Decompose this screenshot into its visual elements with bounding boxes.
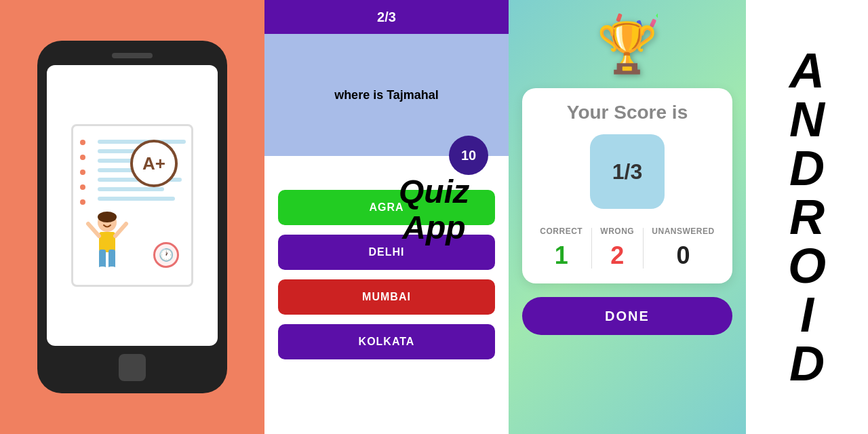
score-title: Your Score is	[567, 102, 688, 123]
svg-rect-5	[99, 250, 106, 269]
quiz-header: 2/3	[264, 0, 509, 34]
phone-home-button	[119, 354, 146, 381]
aplus-badge: A+	[130, 140, 178, 187]
answer-mumbai-label: MUMBAI	[362, 291, 411, 303]
svg-point-7	[97, 267, 108, 273]
android-section: A N D R O I D	[746, 0, 868, 434]
answer-delhi-label: DELHI	[369, 246, 405, 258]
trophy-area: 🏆	[597, 7, 658, 88]
paper-illustration: A+	[71, 124, 193, 287]
correct-label: CORRECT	[540, 226, 583, 236]
svg-rect-6	[108, 250, 115, 269]
stat-wrong: WRONG 2	[600, 226, 634, 270]
quiz-question-area: where is Tajmahal 10	[264, 34, 509, 156]
answer-delhi[interactable]: DELHI	[278, 235, 495, 270]
stat-unanswered: UNANSWERED 0	[652, 226, 714, 270]
paper-dot	[80, 170, 85, 175]
android-letter-o: O	[788, 241, 826, 290]
android-letter-i: I	[800, 290, 814, 339]
answer-kolkata[interactable]: KOLKATA	[278, 324, 495, 359]
quiz-question-text: where is Tajmahal	[314, 88, 459, 102]
clock-icon: 🕐	[153, 242, 179, 268]
paper-dot	[80, 140, 85, 145]
done-button[interactable]: DONE	[522, 297, 732, 335]
stat-correct: CORRECT 1	[540, 226, 583, 270]
trophy-icon: 🏆	[597, 19, 658, 77]
quiz-timer-badge: 10	[449, 136, 488, 175]
quiz-section: 2/3 where is Tajmahal 10 AGRA DELHI MUMB…	[264, 0, 509, 434]
stats-row: CORRECT 1 WRONG 2 UNANSWERED 0	[536, 226, 719, 270]
answer-kolkata-label: KOLKATA	[359, 336, 415, 348]
answer-mumbai[interactable]: MUMBAI	[278, 279, 495, 315]
phone-section: A+	[0, 0, 264, 434]
score-section: 🏆 Your Score is 1/3 CORRECT 1 WRONG 2 UN…	[509, 0, 746, 434]
paper-dot	[80, 199, 85, 205]
wrong-label: WRONG	[600, 226, 634, 236]
answer-agra[interactable]: AGRA	[278, 190, 495, 225]
svg-point-1	[98, 212, 117, 222]
score-badge: 1/3	[590, 134, 665, 209]
score-card: Your Score is 1/3 CORRECT 1 WRONG 2 UNAN…	[522, 88, 732, 283]
aplus-text: A+	[142, 153, 165, 174]
unanswered-value: 0	[677, 241, 690, 270]
svg-rect-2	[99, 232, 115, 252]
unanswered-label: UNANSWERED	[652, 226, 714, 236]
confetti-3	[656, 10, 658, 19]
wrong-value: 2	[610, 241, 624, 270]
stat-divider-2	[643, 228, 644, 269]
paper-dot	[80, 184, 85, 190]
answer-agra-label: AGRA	[369, 201, 403, 214]
android-letter-r: R	[789, 193, 825, 241]
girl-figure	[80, 210, 134, 278]
phone-screen: A+	[47, 65, 218, 346]
quiz-answers: AGRA DELHI MUMBAI KOLKATA	[264, 156, 509, 373]
phone-frame: A+	[37, 41, 227, 393]
android-letter-n: N	[789, 95, 825, 144]
correct-value: 1	[555, 241, 568, 270]
paper-dots	[80, 140, 85, 205]
svg-line-3	[88, 224, 99, 236]
svg-point-8	[106, 267, 117, 273]
phone-speaker	[112, 53, 153, 58]
android-letter-a: A	[789, 46, 825, 95]
stat-divider-1	[591, 228, 592, 269]
svg-line-4	[115, 224, 126, 236]
android-letter-d2: D	[789, 339, 825, 388]
android-letter-d: D	[789, 144, 825, 193]
quiz-progress: 2/3	[377, 9, 396, 25]
paper-dot	[80, 155, 85, 160]
